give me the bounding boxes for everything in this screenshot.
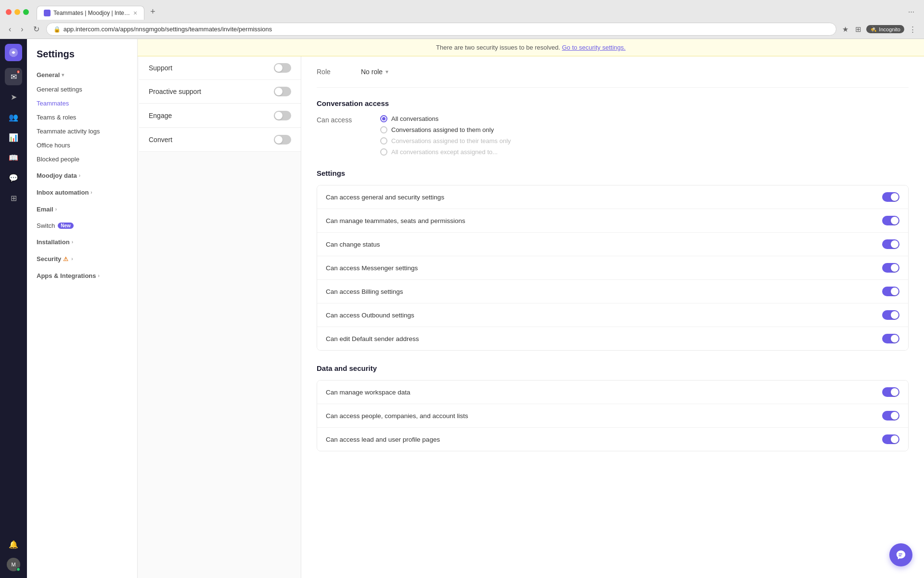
data-row-1: Can access people, companies, and accoun… [317, 404, 908, 428]
support-toggle[interactable] [274, 63, 291, 73]
more-button[interactable]: ⋮ [907, 23, 918, 36]
sidebar-item-teammates[interactable]: Teammates [27, 96, 137, 110]
general-section: General ▾ General settings Teammates Tea… [27, 67, 137, 166]
minimize-window-button[interactable] [14, 9, 20, 15]
security-header[interactable]: Security ⚠ › [27, 251, 137, 266]
bookmark-button[interactable]: ★ [840, 23, 850, 36]
sidebar-item-office-hours[interactable]: Office hours [27, 138, 137, 152]
back-button[interactable]: ‹ [6, 23, 14, 36]
settings-toggle-6[interactable] [882, 334, 899, 343]
settings-list: Can access general and security settings… [317, 185, 909, 351]
sidebar-item-inbox[interactable]: ✉ 1 [5, 68, 22, 85]
chat-fab[interactable] [889, 543, 912, 566]
online-indicator [16, 567, 20, 571]
convert-permission-row: Convert [139, 128, 301, 152]
data-security-title: Data and security [317, 364, 909, 372]
app-logo[interactable] [5, 44, 22, 61]
engage-label: Engage [149, 112, 172, 119]
forward-button[interactable]: › [18, 23, 26, 36]
banner-text: There are two security issues to be reso… [436, 44, 560, 51]
tab-close-button[interactable]: × [133, 9, 137, 17]
settings-toggle-2[interactable] [882, 239, 899, 249]
general-chevron: ▾ [62, 72, 64, 78]
engage-toggle[interactable] [274, 111, 291, 120]
close-window-button[interactable] [6, 9, 12, 15]
email-section: Email › [27, 202, 137, 217]
bell-icon: 🔔 [9, 540, 18, 549]
security-label: Security [37, 255, 61, 263]
sidebar-item-switch[interactable]: Switch New [27, 219, 137, 233]
apps-integrations-section: Apps & Integrations › [27, 268, 137, 283]
radio-team-only-label: Conversations assigned to their teams on… [391, 137, 511, 144]
installation-header[interactable]: Installation › [27, 235, 137, 250]
settings-toggle-3[interactable] [882, 263, 899, 273]
settings-toggle-1[interactable] [882, 216, 899, 225]
inbox-automation-header[interactable]: Inbox automation › [27, 185, 137, 200]
refresh-button[interactable]: ↻ [30, 23, 42, 36]
role-row: Role No role ▾ [317, 68, 909, 88]
apps-integrations-header[interactable]: Apps & Integrations › [27, 268, 137, 283]
sidebar-item-reports[interactable]: 📊 [5, 129, 22, 146]
apps-icon: ⊞ [11, 194, 17, 203]
convert-toggle[interactable] [274, 135, 291, 144]
radio-team-only: Conversations assigned to their teams on… [380, 137, 511, 144]
data-toggle-2[interactable] [882, 434, 899, 444]
engage-permission-row: Engage [139, 104, 301, 128]
data-row-0: Can manage workspace data [317, 381, 908, 404]
role-select[interactable]: No role ▾ [361, 68, 388, 76]
contacts-icon: 👥 [9, 113, 18, 122]
radio-all-conversations[interactable]: All conversations [380, 115, 511, 122]
url-text: app.intercom.com/a/apps/nnsgmgob/setting… [64, 26, 272, 33]
settings-row-2: Can change status [317, 233, 908, 256]
sidebar-item-contacts[interactable]: 👥 [5, 108, 22, 126]
maximize-window-button[interactable] [23, 9, 29, 15]
extension-button[interactable]: ⊞ [853, 23, 863, 36]
proactive-support-toggle[interactable] [274, 87, 291, 96]
moodjoy-chevron: › [79, 173, 80, 178]
support-label: Support [149, 64, 172, 72]
security-settings-link[interactable]: Go to security settings. [562, 44, 626, 51]
radio-assigned-only[interactable]: Conversations assigned to them only [380, 126, 511, 133]
new-tab-button[interactable]: + [145, 4, 160, 20]
sidebar-item-chat[interactable]: 💬 [5, 169, 22, 186]
role-label: Role [317, 68, 355, 76]
settings-row-3: Can access Messenger settings [317, 256, 908, 280]
active-tab[interactable]: Teammates | Moodjoy | Interco... × [37, 6, 144, 20]
sidebar-item-teams-roles[interactable]: Teams & roles [27, 110, 137, 124]
radio-all-conversations-inner [382, 117, 385, 120]
email-header[interactable]: Email › [27, 202, 137, 217]
moodjoy-data-header[interactable]: Moodjoy data › [27, 168, 137, 183]
sidebar-item-general-settings[interactable]: General settings [27, 82, 137, 96]
settings-toggle-5[interactable] [882, 310, 899, 320]
settings-toggle-0[interactable] [882, 192, 899, 202]
chat-icon: 💬 [9, 173, 18, 183]
settings-toggle-4[interactable] [882, 287, 899, 296]
installation-section: Installation › [27, 235, 137, 250]
data-toggle-1[interactable] [882, 411, 899, 420]
settings-label-3: Can access Messenger settings [326, 264, 418, 272]
security-chevron: › [71, 256, 73, 262]
sidebar-item-blocked-people[interactable]: Blocked people [27, 152, 137, 166]
sidebar-title: Settings [27, 49, 137, 67]
avatar[interactable]: M [5, 556, 22, 573]
sidebar-item-apps[interactable]: ⊞ [5, 189, 22, 207]
sidebar-item-activity-logs[interactable]: Teammate activity logs [27, 124, 137, 138]
right-panel: Role No role ▾ Conversation access Can a… [301, 56, 924, 578]
conversation-access-section: Conversation access Can access All conve… [317, 99, 909, 156]
notification-badge: 1 [16, 70, 20, 74]
browser-actions: ★ ⊞ 🕵 Incognito ⋮ [840, 23, 918, 36]
incognito-badge: 🕵 Incognito [866, 25, 904, 33]
data-label-1: Can access people, companies, and accoun… [326, 412, 468, 420]
sidebar-item-notifications[interactable]: 🔔 [5, 536, 22, 553]
settings-label-0: Can access general and security settings [326, 194, 444, 201]
browser-tabs: Teammates | Moodjoy | Interco... × + [37, 4, 160, 20]
address-bar[interactable]: 🔒 app.intercom.com/a/apps/nnsgmgob/setti… [46, 23, 837, 36]
window-controls [6, 9, 29, 15]
radio-except-assigned-label: All conversations except assigned to... [391, 148, 498, 156]
sidebar-item-knowledge[interactable]: 📖 [5, 149, 22, 166]
data-toggle-0[interactable] [882, 387, 899, 397]
data-label-0: Can manage workspace data [326, 389, 411, 396]
radio-options: All conversations Conversations assigned… [380, 115, 511, 156]
general-section-header[interactable]: General ▾ [27, 67, 137, 82]
sidebar-item-send[interactable]: ➤ [5, 88, 22, 105]
